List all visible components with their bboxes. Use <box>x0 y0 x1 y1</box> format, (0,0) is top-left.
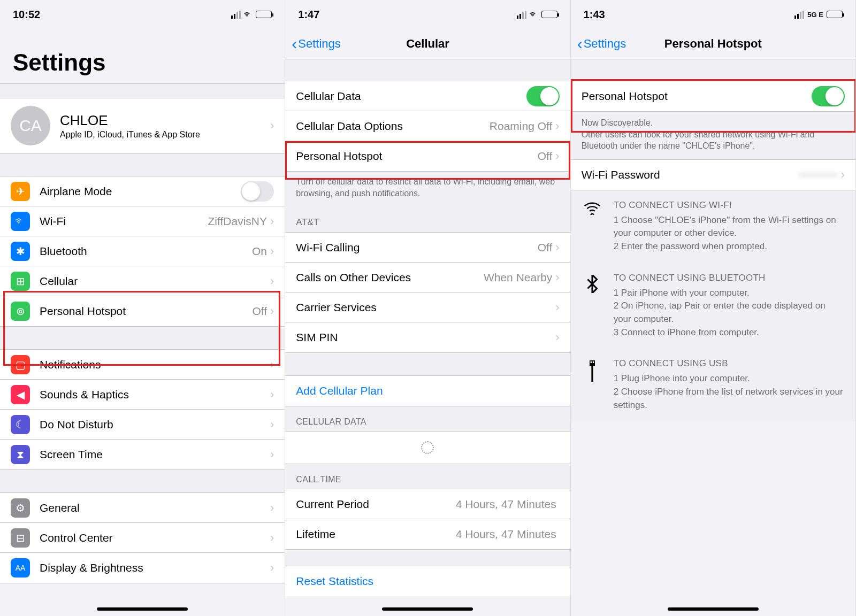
row-label: Sounds & Haptics <box>40 388 270 401</box>
profile-name: CHLOE <box>60 112 270 129</box>
row-value: On <box>252 245 267 258</box>
settings-row[interactable]: ⊚Personal HotspotOff› <box>0 296 285 326</box>
hotspot-toggle-row[interactable]: Personal Hotspot <box>571 81 855 111</box>
svg-rect-0 <box>590 360 595 366</box>
toggle[interactable] <box>241 181 274 202</box>
status-right: 5G E <box>794 11 843 19</box>
loading-row <box>285 432 570 464</box>
row-label: Wi-Fi Calling <box>296 241 537 254</box>
status-time: 10:52 <box>13 9 40 21</box>
row-label: Lifetime <box>296 528 455 541</box>
chevron-right-icon: › <box>555 119 559 133</box>
info-block: TO CONNECT USING WI-FI1 Choose "CHLOE's … <box>571 190 855 263</box>
row-value: Off <box>252 305 267 318</box>
chevron-right-icon: › <box>555 301 559 314</box>
battery-icon <box>541 11 557 18</box>
chevron-right-icon: › <box>555 330 559 344</box>
hotspot-toggle[interactable] <box>812 86 845 106</box>
row-value: Off <box>538 150 553 163</box>
network-label: 5G E <box>807 11 823 19</box>
back-button[interactable]: ‹ Settings <box>577 35 626 53</box>
wifi-icon: ᯤ <box>530 10 538 19</box>
chevron-right-icon: › <box>841 168 845 182</box>
bluetooth-icon: ✱ <box>11 242 30 261</box>
call-time-row: Current Period4 Hours, 47 Minutes <box>285 489 570 519</box>
row-label: Screen Time <box>40 448 270 461</box>
row-label: SIM PIN <box>296 331 555 344</box>
battery-icon <box>827 11 843 18</box>
chevron-right-icon: › <box>270 244 274 258</box>
row-label: Personal Hotspot <box>296 150 537 163</box>
row-label: Wi-Fi <box>40 215 208 228</box>
settings-row[interactable]: ⊟Control Center› <box>0 523 285 553</box>
reset-statistics[interactable]: Reset Statistics <box>285 566 570 596</box>
signal-icon <box>517 11 526 19</box>
wifi-password-value: •••••••••• <box>798 168 838 181</box>
row-value: When Nearby <box>484 271 552 284</box>
chevron-right-icon: › <box>555 241 559 255</box>
row-label: Cellular <box>40 275 270 288</box>
settings-row[interactable]: Cellular Data <box>285 81 570 111</box>
chevron-right-icon: › <box>270 274 274 288</box>
settings-row[interactable]: ⊞Cellular› <box>0 266 285 296</box>
settings-screen: 10:52 ᯤ Settings CA CHLOE Apple ID, iClo… <box>0 0 285 616</box>
settings-row[interactable]: ☾Do Not Disturb› <box>0 410 285 440</box>
status-right: ᯤ <box>231 10 272 19</box>
back-label: Settings <box>298 37 341 51</box>
settings-row[interactable]: ✈Airplane Mode <box>0 176 285 206</box>
row-label: Display & Brightness <box>40 561 270 574</box>
settings-row[interactable]: ⧗Screen Time› <box>0 440 285 469</box>
chevron-right-icon: › <box>270 358 274 372</box>
row-value: Roaming Off <box>490 120 553 133</box>
add-cellular-plan[interactable]: Add Cellular Plan <box>285 376 570 406</box>
info-heading: TO CONNECT USING WI-FI <box>614 200 845 211</box>
wi-fi-icon: ᯤ <box>11 212 30 231</box>
chevron-right-icon: › <box>270 501 274 515</box>
signal-icon <box>231 11 241 19</box>
chevron-right-icon: › <box>555 271 559 284</box>
info-line: 1 Pair iPhone with your computer. <box>614 287 845 300</box>
row-label: Cellular Data Options <box>296 120 490 133</box>
toggle[interactable] <box>526 86 560 106</box>
svg-rect-2 <box>592 361 594 363</box>
chevron-right-icon: › <box>270 448 274 461</box>
settings-row[interactable]: ◀Sounds & Haptics› <box>0 380 285 410</box>
settings-row[interactable]: AADisplay & Brightness› <box>0 553 285 583</box>
settings-row[interactable]: SIM PIN› <box>285 322 570 352</box>
row-value: Off <box>538 241 553 254</box>
svg-rect-1 <box>590 361 592 363</box>
chevron-right-icon: › <box>270 214 274 228</box>
section-header-call-time: CALL TIME <box>285 464 570 489</box>
row-value: 4 Hours, 47 Minutes <box>456 528 556 541</box>
chevron-right-icon: › <box>270 388 274 402</box>
row-label: Personal Hotspot <box>40 305 252 318</box>
settings-row[interactable]: ▢Notifications› <box>0 350 285 380</box>
apple-id-row[interactable]: CA CHLOE Apple ID, iCloud, iTunes & App … <box>0 98 285 153</box>
info-heading: TO CONNECT USING USB <box>614 358 845 369</box>
settings-row[interactable]: Cellular Data OptionsRoaming Off› <box>285 111 570 141</box>
nav-bar: ‹ Settings Personal Hotspot <box>571 29 855 59</box>
chevron-left-icon: ‹ <box>292 35 297 53</box>
avatar: CA <box>11 106 50 145</box>
chevron-right-icon: › <box>270 418 274 432</box>
settings-row[interactable]: ✱BluetoothOn› <box>0 236 285 266</box>
wifi-icon: ᯤ <box>244 10 253 19</box>
settings-row[interactable]: Carrier Services› <box>285 292 570 322</box>
chevron-right-icon: › <box>270 531 274 545</box>
settings-row[interactable]: Calls on Other DevicesWhen Nearby› <box>285 263 570 292</box>
general-icon: ⚙ <box>11 498 30 518</box>
info-line: 2 Choose iPhone from the list of network… <box>614 386 845 412</box>
settings-row[interactable]: ⚙General› <box>0 493 285 523</box>
settings-row[interactable]: Personal HotspotOff› <box>285 141 570 171</box>
settings-row[interactable]: ᯤWi-FiZiffDavisNY› <box>0 206 285 236</box>
row-label: Control Center <box>40 532 270 544</box>
wifi-password-row[interactable]: Wi-Fi Password •••••••••• › <box>571 160 855 190</box>
chevron-right-icon: › <box>270 561 274 575</box>
row-label: Do Not Disturb <box>40 418 270 431</box>
chevron-left-icon: ‹ <box>577 35 583 53</box>
info-line: 2 On iPhone, tap Pair or enter the code … <box>614 299 845 326</box>
back-button[interactable]: ‹ Settings <box>292 35 341 53</box>
settings-row[interactable]: Wi-Fi CallingOff› <box>285 233 570 263</box>
status-bar: 1:43 5G E <box>571 0 855 29</box>
info-line: 2 Enter the password when prompted. <box>614 240 845 253</box>
